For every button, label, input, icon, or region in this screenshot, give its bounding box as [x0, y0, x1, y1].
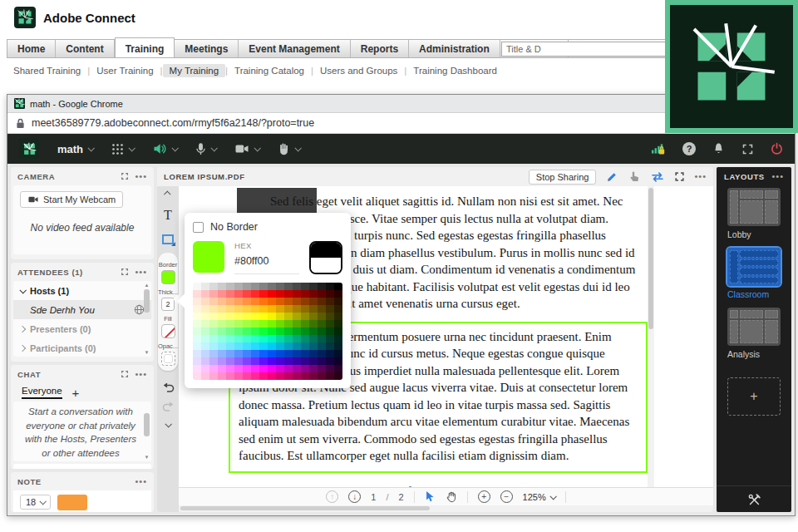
palette-color-cell[interactable] — [209, 365, 218, 372]
layout-classroom[interactable] — [727, 248, 781, 286]
palette-color-cell[interactable] — [276, 290, 284, 298]
palette-color-cell[interactable] — [276, 283, 284, 290]
palette-color-cell[interactable] — [334, 335, 342, 342]
palette-color-cell[interactable] — [259, 365, 268, 372]
palette-color-cell[interactable] — [259, 335, 268, 342]
palette-color-cell[interactable] — [334, 357, 342, 365]
draw-pen-icon[interactable] — [605, 170, 619, 184]
palette-color-cell[interactable] — [193, 335, 201, 342]
palette-color-cell[interactable] — [293, 305, 301, 313]
palette-color-cell[interactable] — [284, 298, 293, 305]
palette-color-cell[interactable] — [276, 320, 284, 328]
palette-color-cell[interactable] — [209, 290, 218, 298]
palette-color-cell[interactable] — [201, 290, 209, 298]
palette-color-cell[interactable] — [334, 328, 342, 335]
hex-value[interactable]: #80ff00 — [234, 255, 299, 267]
palette-color-cell[interactable] — [284, 320, 293, 328]
pod-fullscreen-icon[interactable] — [674, 171, 685, 182]
tab-event-management[interactable]: Event Management — [239, 40, 350, 57]
palette-color-cell[interactable] — [259, 313, 268, 320]
palette-color-cell[interactable] — [226, 350, 234, 357]
palette-color-cell[interactable] — [193, 305, 201, 313]
palette-color-cell[interactable] — [276, 365, 284, 372]
palette-color-cell[interactable] — [251, 342, 259, 350]
palette-color-cell[interactable] — [251, 350, 259, 357]
redo-icon[interactable] — [162, 401, 175, 412]
palette-color-cell[interactable] — [334, 313, 342, 320]
palette-color-cell[interactable] — [251, 305, 259, 313]
palette-color-cell[interactable] — [301, 298, 309, 305]
palette-color-cell[interactable] — [243, 350, 251, 357]
palette-color-cell[interactable] — [209, 320, 218, 328]
palette-color-cell[interactable] — [201, 320, 209, 328]
palette-color-cell[interactable] — [309, 305, 318, 313]
black-white-swatch[interactable] — [309, 241, 342, 274]
palette-color-cell[interactable] — [301, 357, 309, 365]
palette-color-cell[interactable] — [326, 305, 334, 313]
palette-color-cell[interactable] — [309, 365, 318, 372]
palette-color-cell[interactable] — [309, 328, 318, 335]
scroll-down-icon[interactable] — [165, 421, 171, 427]
palette-color-cell[interactable] — [193, 350, 201, 357]
palette-color-cell[interactable] — [318, 335, 326, 342]
palette-color-cell[interactable] — [234, 298, 243, 305]
palette-color-cell[interactable] — [268, 335, 276, 342]
palette-color-cell[interactable] — [209, 328, 218, 335]
palette-color-cell[interactable] — [259, 305, 268, 313]
palette-color-cell[interactable] — [326, 350, 334, 357]
palette-color-cell[interactable] — [284, 313, 293, 320]
layouts-menu-icon[interactable]: ••• — [771, 172, 784, 181]
pod-fullscreen-icon[interactable] — [121, 268, 129, 276]
pod-fullscreen-icon[interactable] — [121, 370, 129, 378]
palette-color-cell[interactable] — [326, 283, 334, 290]
layout-analysis[interactable] — [727, 308, 781, 346]
microphone-menu[interactable] — [195, 142, 216, 156]
palette-color-cell[interactable] — [309, 357, 318, 365]
palette-color-cell[interactable] — [226, 335, 234, 342]
subnav-training-catalog[interactable]: Training Catalog — [228, 64, 311, 77]
palette-color-cell[interactable] — [334, 350, 342, 357]
palette-color-cell[interactable] — [201, 283, 209, 290]
thickness-value[interactable]: 2 — [161, 298, 175, 311]
palette-color-cell[interactable] — [326, 320, 334, 328]
tab-content[interactable]: Content — [56, 40, 114, 57]
palette-color-cell[interactable] — [243, 372, 251, 380]
palette-color-cell[interactable] — [251, 365, 259, 372]
attendees-group-participants[interactable]: Participants (0) — [13, 338, 151, 357]
palette-color-cell[interactable] — [309, 372, 318, 380]
palette-color-cell[interactable] — [201, 365, 209, 372]
palette-color-cell[interactable] — [251, 328, 259, 335]
palette-color-cell[interactable] — [293, 328, 301, 335]
attendees-group-presenters[interactable]: Presenters (0) — [13, 319, 151, 338]
palette-color-cell[interactable] — [301, 372, 309, 380]
palette-color-cell[interactable] — [218, 298, 226, 305]
pods-menu[interactable] — [111, 143, 134, 155]
palette-color-cell[interactable] — [276, 328, 284, 335]
palette-color-cell[interactable] — [218, 357, 226, 365]
palette-color-cell[interactable] — [318, 350, 326, 357]
palette-color-cell[interactable] — [243, 290, 251, 298]
palette-color-cell[interactable] — [226, 290, 234, 298]
rectangle-tool[interactable] — [162, 234, 174, 244]
palette-color-cell[interactable] — [234, 350, 243, 357]
palette-color-cell[interactable] — [268, 320, 276, 328]
manage-layouts-wrench-icon[interactable] — [747, 493, 761, 507]
palette-color-cell[interactable] — [226, 342, 234, 350]
palette-color-cell[interactable] — [326, 342, 334, 350]
palette-color-cell[interactable] — [243, 320, 251, 328]
palette-color-cell[interactable] — [243, 283, 251, 290]
palette-color-cell[interactable] — [243, 305, 251, 313]
palette-color-cell[interactable] — [334, 320, 342, 328]
palette-color-cell[interactable] — [309, 342, 318, 350]
help-icon[interactable]: ? — [682, 142, 696, 155]
chat-send-icon[interactable]: ↑ — [133, 469, 145, 470]
start-webcam-button[interactable]: Start My Webcam — [20, 191, 123, 208]
palette-color-cell[interactable] — [209, 372, 218, 380]
palette-color-cell[interactable] — [309, 313, 318, 320]
palette-color-cell[interactable] — [259, 283, 268, 290]
palette-color-cell[interactable] — [284, 357, 293, 365]
palette-color-cell[interactable] — [326, 313, 334, 320]
palette-color-cell[interactable] — [284, 342, 293, 350]
palette-color-cell[interactable] — [309, 298, 318, 305]
palette-color-cell[interactable] — [284, 365, 293, 372]
